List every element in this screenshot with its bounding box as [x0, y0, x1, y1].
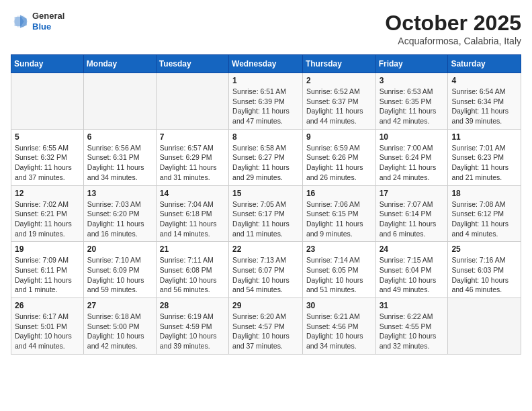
day-info: Sunrise: 6:57 AM Sunset: 6:29 PM Dayligh…	[160, 143, 225, 183]
day-info: Sunrise: 6:53 AM Sunset: 6:35 PM Dayligh…	[380, 87, 445, 126]
day-number: 1	[232, 76, 299, 85]
day-number: 26	[15, 301, 80, 310]
calendar-week-row: 12Sunrise: 7:02 AM Sunset: 6:21 PM Dayli…	[11, 185, 521, 242]
day-info: Sunrise: 6:59 AM Sunset: 6:26 PM Dayligh…	[306, 143, 372, 183]
day-number: 20	[87, 244, 152, 254]
calendar-week-row: 19Sunrise: 7:09 AM Sunset: 6:11 PM Dayli…	[11, 242, 521, 298]
calendar-cell: 27Sunrise: 6:18 AM Sunset: 5:00 PM Dayli…	[83, 298, 156, 355]
day-number: 15	[232, 189, 299, 198]
day-info: Sunrise: 6:21 AM Sunset: 4:56 PM Dayligh…	[306, 312, 372, 351]
day-number: 12	[15, 189, 80, 198]
calendar-cell: 23Sunrise: 7:14 AM Sunset: 6:05 PM Dayli…	[302, 242, 375, 298]
calendar-cell: 13Sunrise: 7:03 AM Sunset: 6:20 PM Dayli…	[83, 185, 156, 242]
weekday-header: Wednesday	[229, 55, 303, 73]
day-number: 6	[87, 132, 152, 142]
calendar-cell: 24Sunrise: 7:15 AM Sunset: 6:04 PM Dayli…	[375, 242, 448, 298]
calendar-cell: 29Sunrise: 6:20 AM Sunset: 4:57 PM Dayli…	[229, 298, 303, 355]
weekday-header-row: SundayMondayTuesdayWednesdayThursdayFrid…	[11, 55, 521, 73]
calendar-cell: 26Sunrise: 6:17 AM Sunset: 5:01 PM Dayli…	[11, 298, 84, 355]
day-info: Sunrise: 7:16 AM Sunset: 6:03 PM Dayligh…	[451, 255, 517, 295]
day-number: 3	[380, 76, 445, 85]
day-number: 23	[306, 244, 372, 254]
day-info: Sunrise: 6:56 AM Sunset: 6:31 PM Dayligh…	[87, 143, 152, 183]
day-number: 16	[306, 189, 372, 198]
day-info: Sunrise: 7:01 AM Sunset: 6:23 PM Dayligh…	[451, 143, 517, 183]
calendar-cell: 15Sunrise: 7:05 AM Sunset: 6:17 PM Dayli…	[229, 185, 303, 242]
calendar-cell: 7Sunrise: 6:57 AM Sunset: 6:29 PM Daylig…	[156, 129, 228, 185]
day-info: Sunrise: 7:08 AM Sunset: 6:12 PM Dayligh…	[451, 199, 517, 239]
logo-icon	[11, 12, 30, 31]
day-number: 18	[451, 189, 517, 198]
day-number: 11	[451, 132, 517, 142]
day-info: Sunrise: 7:10 AM Sunset: 6:09 PM Dayligh…	[87, 255, 152, 295]
title-area: October 2025 Acquaformosa, Calabria, Ita…	[385, 11, 521, 46]
weekday-header: Monday	[83, 55, 156, 73]
day-info: Sunrise: 6:18 AM Sunset: 5:00 PM Dayligh…	[87, 312, 152, 351]
day-info: Sunrise: 6:20 AM Sunset: 4:57 PM Dayligh…	[232, 312, 299, 351]
calendar-cell	[11, 73, 84, 130]
weekday-header: Tuesday	[156, 55, 228, 73]
calendar-cell: 9Sunrise: 6:59 AM Sunset: 6:26 PM Daylig…	[302, 129, 375, 185]
day-info: Sunrise: 6:55 AM Sunset: 6:32 PM Dayligh…	[15, 143, 80, 183]
day-info: Sunrise: 6:22 AM Sunset: 4:55 PM Dayligh…	[380, 312, 445, 351]
calendar-cell: 18Sunrise: 7:08 AM Sunset: 6:12 PM Dayli…	[448, 185, 521, 242]
day-info: Sunrise: 6:54 AM Sunset: 6:34 PM Dayligh…	[451, 87, 517, 126]
month-title: October 2025	[385, 11, 521, 36]
calendar-cell: 22Sunrise: 7:13 AM Sunset: 6:07 PM Dayli…	[229, 242, 303, 298]
calendar-cell: 17Sunrise: 7:07 AM Sunset: 6:14 PM Dayli…	[375, 185, 448, 242]
logo-text: General Blue	[32, 11, 64, 32]
day-info: Sunrise: 7:04 AM Sunset: 6:18 PM Dayligh…	[160, 199, 225, 239]
logo-blue: Blue	[32, 21, 64, 32]
calendar-cell: 3Sunrise: 6:53 AM Sunset: 6:35 PM Daylig…	[375, 73, 448, 130]
calendar-cell: 28Sunrise: 6:19 AM Sunset: 4:59 PM Dayli…	[156, 298, 228, 355]
day-number: 24	[380, 244, 445, 254]
day-number: 31	[380, 301, 445, 310]
day-info: Sunrise: 7:09 AM Sunset: 6:11 PM Dayligh…	[15, 255, 80, 295]
calendar-cell: 5Sunrise: 6:55 AM Sunset: 6:32 PM Daylig…	[11, 129, 84, 185]
calendar-cell: 16Sunrise: 7:06 AM Sunset: 6:15 PM Dayli…	[302, 185, 375, 242]
calendar-cell: 20Sunrise: 7:10 AM Sunset: 6:09 PM Dayli…	[83, 242, 156, 298]
day-number: 4	[451, 76, 517, 85]
weekday-header: Friday	[375, 55, 448, 73]
day-info: Sunrise: 7:07 AM Sunset: 6:14 PM Dayligh…	[380, 199, 445, 239]
day-info: Sunrise: 7:13 AM Sunset: 6:07 PM Dayligh…	[232, 255, 299, 295]
calendar-cell: 21Sunrise: 7:11 AM Sunset: 6:08 PM Dayli…	[156, 242, 228, 298]
calendar-cell	[156, 73, 228, 130]
calendar-cell: 12Sunrise: 7:02 AM Sunset: 6:21 PM Dayli…	[11, 185, 84, 242]
calendar-cell: 2Sunrise: 6:52 AM Sunset: 6:37 PM Daylig…	[302, 73, 375, 130]
day-number: 14	[160, 189, 225, 198]
day-info: Sunrise: 7:06 AM Sunset: 6:15 PM Dayligh…	[306, 199, 372, 239]
calendar-cell: 31Sunrise: 6:22 AM Sunset: 4:55 PM Dayli…	[375, 298, 448, 355]
calendar-cell	[448, 298, 521, 355]
day-number: 7	[160, 132, 225, 142]
day-number: 10	[380, 132, 445, 142]
day-number: 27	[87, 301, 152, 310]
calendar-cell: 10Sunrise: 7:00 AM Sunset: 6:24 PM Dayli…	[375, 129, 448, 185]
calendar-cell: 11Sunrise: 7:01 AM Sunset: 6:23 PM Dayli…	[448, 129, 521, 185]
day-number: 21	[160, 244, 225, 254]
calendar-cell: 4Sunrise: 6:54 AM Sunset: 6:34 PM Daylig…	[448, 73, 521, 130]
day-info: Sunrise: 6:52 AM Sunset: 6:37 PM Dayligh…	[306, 87, 372, 126]
day-info: Sunrise: 7:14 AM Sunset: 6:05 PM Dayligh…	[306, 255, 372, 295]
day-info: Sunrise: 7:11 AM Sunset: 6:08 PM Dayligh…	[160, 255, 225, 295]
calendar-cell: 14Sunrise: 7:04 AM Sunset: 6:18 PM Dayli…	[156, 185, 228, 242]
day-number: 22	[232, 244, 299, 254]
day-info: Sunrise: 7:02 AM Sunset: 6:21 PM Dayligh…	[15, 199, 80, 239]
day-number: 2	[306, 76, 372, 85]
calendar-cell: 30Sunrise: 6:21 AM Sunset: 4:56 PM Dayli…	[302, 298, 375, 355]
calendar-week-row: 5Sunrise: 6:55 AM Sunset: 6:32 PM Daylig…	[11, 129, 521, 185]
calendar-cell: 6Sunrise: 6:56 AM Sunset: 6:31 PM Daylig…	[83, 129, 156, 185]
day-number: 28	[160, 301, 225, 310]
day-number: 13	[87, 189, 152, 198]
day-info: Sunrise: 7:15 AM Sunset: 6:04 PM Dayligh…	[380, 255, 445, 295]
logo-general: General	[32, 11, 64, 21]
day-info: Sunrise: 6:51 AM Sunset: 6:39 PM Dayligh…	[232, 87, 299, 126]
day-number: 8	[232, 132, 299, 142]
header: General Blue October 2025 Acquaformosa, …	[11, 11, 521, 46]
day-info: Sunrise: 6:58 AM Sunset: 6:27 PM Dayligh…	[232, 143, 299, 183]
logo: General Blue	[11, 11, 64, 32]
day-info: Sunrise: 7:03 AM Sunset: 6:20 PM Dayligh…	[87, 199, 152, 239]
day-number: 5	[15, 132, 80, 142]
day-number: 9	[306, 132, 372, 142]
day-number: 17	[380, 189, 445, 198]
